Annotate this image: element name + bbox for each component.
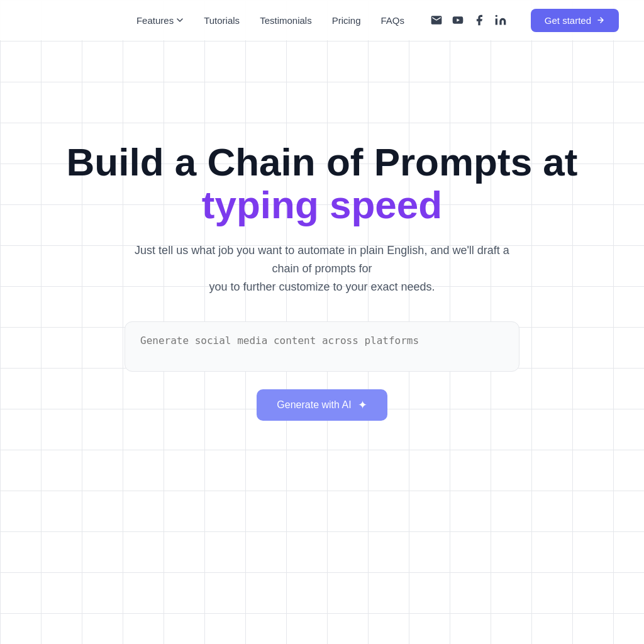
nav-testimonials-link[interactable]: Testimonials [260, 15, 312, 26]
facebook-icon[interactable] [472, 13, 486, 27]
youtube-icon[interactable] [451, 13, 465, 27]
prompt-input[interactable] [125, 321, 519, 372]
nav-right: Get started [521, 9, 619, 32]
chevron-down-icon [176, 16, 184, 24]
nav-icons [430, 13, 508, 27]
svg-point-0 [496, 15, 497, 17]
navbar: Features Tutorials Testimonials Pricing … [0, 0, 644, 40]
arrow-right-icon [596, 16, 605, 25]
hero-section: Build a Chain of Prompts at typing speed… [0, 40, 644, 471]
pricing-label: Pricing [332, 15, 361, 26]
hero-subtitle-line1: Just tell us what job you want to automa… [135, 244, 509, 275]
hero-subtitle-line2: you to further customize to your exact n… [209, 280, 435, 293]
nav-tutorials-link[interactable]: Tutorials [204, 15, 240, 26]
nav-center: Features Tutorials Testimonials Pricing … [136, 13, 508, 27]
nav-pricing-link[interactable]: Pricing [332, 15, 361, 26]
faqs-label: FAQs [381, 15, 405, 26]
nav-faqs-link[interactable]: FAQs [381, 15, 405, 26]
tutorials-label: Tutorials [204, 15, 240, 26]
wand-icon: ✦ [358, 398, 367, 412]
hero-title-part1: Build a Chain of Prompts at [67, 140, 578, 184]
hero-title: Build a Chain of Prompts at typing speed [39, 141, 605, 226]
nav-features-link[interactable]: Features [136, 15, 184, 26]
testimonials-label: Testimonials [260, 15, 312, 26]
generate-label: Generate with AI [277, 399, 351, 411]
hero-title-accent: typing speed [202, 183, 442, 226]
get-started-label: Get started [545, 15, 591, 26]
linkedin-icon[interactable] [494, 13, 508, 27]
prompt-input-container [125, 321, 519, 374]
features-label: Features [136, 15, 174, 26]
generate-button[interactable]: Generate with AI ✦ [257, 389, 387, 421]
get-started-button[interactable]: Get started [531, 9, 619, 32]
email-icon[interactable] [430, 13, 443, 27]
hero-subtitle: Just tell us what job you want to automa… [133, 242, 511, 296]
